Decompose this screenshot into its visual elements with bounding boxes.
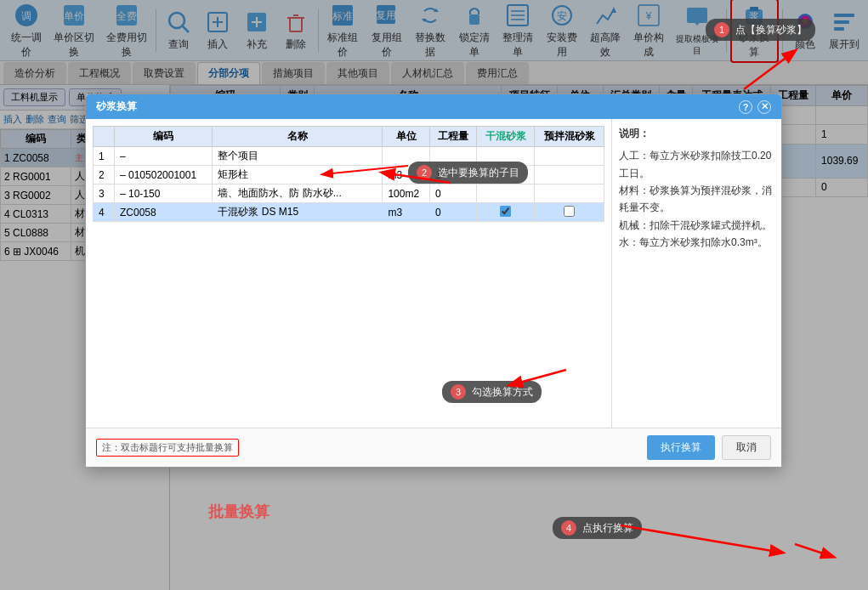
modal-th-premix: 预拌混砂浆: [535, 127, 604, 147]
btn-execute[interactable]: 执行换算: [647, 435, 715, 460]
modal-th-qty: 工程量: [430, 127, 477, 147]
modal-desc-title: 说明：: [619, 126, 774, 142]
modal-close-btn[interactable]: ✕: [757, 100, 771, 114]
modal-footer: 注：双击标题行可支持批量换算 执行换算 取消: [86, 428, 781, 467]
btn-cancel[interactable]: 取消: [722, 435, 771, 460]
modal-th-code: 编码: [115, 127, 213, 147]
table-row[interactable]: 1–整个项目: [94, 147, 604, 166]
annotation-3: 3 勾选换算方式: [442, 381, 542, 403]
table-row[interactable]: 4ZC0058干混砂浆 DS M15m30: [94, 203, 604, 222]
annotation-4: 4 点执行换算: [553, 517, 642, 539]
modal-th-name: 名称: [213, 127, 383, 147]
modal-th-dry: 干混砂浆: [476, 127, 534, 147]
modal-help-btn[interactable]: ?: [739, 100, 752, 114]
checkbox-premix[interactable]: [564, 206, 575, 217]
table-row[interactable]: 3– 10-150墙、地面防水、防 防水砂...100m20: [94, 184, 604, 203]
modal-header: 砂浆换算 ? ✕: [86, 94, 781, 119]
annotation-2: 2 选中要换算的子目: [408, 162, 528, 184]
annotation-1: 1 点【换算砂浆】: [706, 19, 815, 41]
modal-header-btns: ? ✕: [739, 100, 771, 114]
modal-shaji: 砂浆换算 ? ✕ 编码 名称 单位 工: [85, 94, 782, 468]
footer-buttons: 执行换算 取消: [647, 435, 771, 460]
footer-note: 注：双击标题行可支持批量换算: [96, 439, 239, 457]
modal-overlay: 砂浆换算 ? ✕ 编码 名称 单位 工: [0, 0, 868, 590]
modal-title: 砂浆换算: [96, 99, 137, 114]
modal-th-unit: 单位: [383, 127, 430, 147]
batch-label: 批量换算: [208, 502, 269, 522]
modal-desc-content: 人工：每立方米砂浆扣除技工0.20工日。 材料：砂浆换算为预拌混砂浆，消耗量不变…: [619, 147, 774, 251]
modal-th-num: [94, 127, 115, 147]
modal-description: 说明： 人工：每立方米砂浆扣除技工0.20工日。 材料：砂浆换算为预拌混砂浆，消…: [611, 119, 781, 428]
app-container: 调 统一调价 单价 单价区切换 全费 全费用切换 查询: [0, 0, 868, 590]
checkbox-dry[interactable]: [500, 206, 511, 217]
